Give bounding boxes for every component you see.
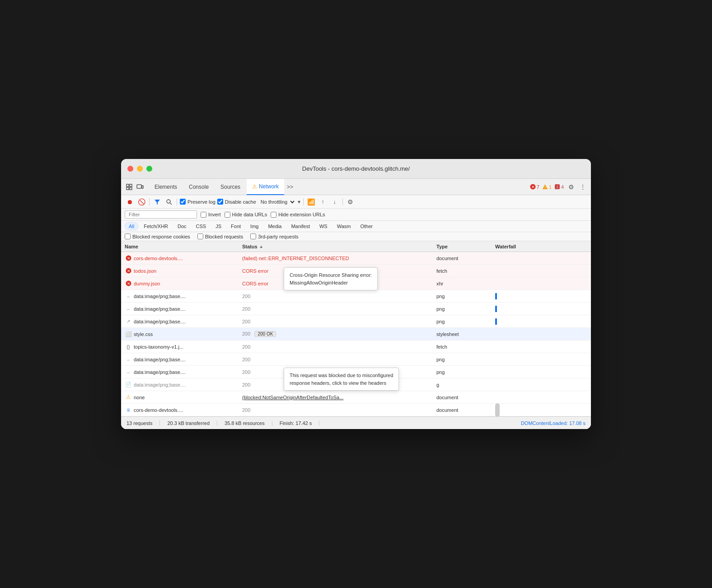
puzzle-icon: ↗ bbox=[125, 318, 132, 325]
table-row[interactable]: – data:image/png;base.... 200 This reque… bbox=[121, 366, 591, 378]
close-button[interactable] bbox=[127, 166, 133, 172]
row-name: data:image/png;base.... bbox=[134, 306, 242, 312]
svg-rect-0 bbox=[126, 184, 129, 187]
type-filter-other[interactable]: Other bbox=[356, 222, 377, 230]
tab-console[interactable]: Console bbox=[183, 179, 214, 195]
row-waterfall bbox=[495, 403, 587, 417]
table-row[interactable]: ⚠ none (blocked:NotSameOriginAfterDefaul… bbox=[121, 391, 591, 404]
row-name: todos.json bbox=[134, 268, 242, 274]
waterfall-bar bbox=[495, 318, 497, 325]
wifi-icon[interactable]: 📶 bbox=[306, 197, 316, 207]
table-row[interactable]: ✕ cors-demo-devtools.... (failed) net::E… bbox=[121, 252, 591, 265]
row-name: data:image/png;base.... bbox=[134, 369, 242, 375]
type-filter-media[interactable]: Media bbox=[264, 222, 286, 230]
row-waterfall bbox=[495, 293, 587, 299]
row-type: png bbox=[436, 294, 495, 299]
more-options-icon[interactable]: ⋮ bbox=[578, 182, 587, 191]
type-filter-fetch-xhr[interactable]: Fetch/XHR bbox=[140, 222, 172, 230]
scrollbar[interactable] bbox=[495, 403, 500, 417]
type-filter-js[interactable]: JS bbox=[211, 222, 225, 230]
hide-data-urls-checkbox[interactable]: Hide data URLs bbox=[225, 212, 267, 218]
type-filter-wasm[interactable]: Wasm bbox=[333, 222, 355, 230]
type-filter-css[interactable]: CSS bbox=[192, 222, 211, 230]
disable-cache-checkbox[interactable]: Disable cache bbox=[217, 199, 256, 205]
tab-sources[interactable]: Sources bbox=[215, 179, 246, 195]
network-toolbar: ⏺ 🚫 Preserve log Disable cache No thrott… bbox=[121, 195, 591, 209]
blocked-cookies-checkbox[interactable]: Blocked response cookies bbox=[125, 233, 190, 239]
blocked-requests-checkbox[interactable]: Blocked requests bbox=[197, 233, 243, 239]
col-header-waterfall[interactable]: Waterfall bbox=[495, 244, 587, 249]
row-status: 200 bbox=[242, 344, 436, 350]
invert-checkbox[interactable]: Invert bbox=[201, 212, 221, 218]
svg-text:✕: ✕ bbox=[126, 269, 130, 273]
table-row[interactable]: 📄 data:image/png;base.... 200 g bbox=[121, 378, 591, 391]
svg-text:i: i bbox=[557, 185, 557, 189]
type-filter-ws[interactable]: WS bbox=[315, 222, 332, 230]
svg-text:!: ! bbox=[544, 185, 546, 190]
inspect-icon[interactable] bbox=[125, 182, 134, 191]
tab-more[interactable]: >> bbox=[285, 179, 295, 195]
row-waterfall bbox=[495, 306, 587, 312]
minimize-button[interactable] bbox=[137, 166, 143, 172]
third-party-checkbox[interactable]: 3rd-party requests bbox=[250, 233, 298, 239]
row-name: data:image/png;base.... bbox=[134, 357, 242, 362]
resources-size: 35.8 kB resources bbox=[225, 420, 272, 426]
tab-network[interactable]: ⚠ Network bbox=[247, 179, 284, 195]
type-filter-img[interactable]: Img bbox=[246, 222, 262, 230]
table-row[interactable]: – data:image/png;base.... 200 png bbox=[121, 353, 591, 366]
upload-icon[interactable]: ↑ bbox=[318, 197, 328, 207]
row-name: data:image/png;base.... bbox=[134, 294, 242, 299]
tab-icons bbox=[125, 182, 145, 191]
svg-text:✕: ✕ bbox=[531, 185, 534, 189]
row-status: 200 bbox=[242, 369, 436, 375]
col-header-status[interactable]: Status ▲ bbox=[242, 244, 436, 249]
row-status: (failed) net::ERR_INTERNET_DISCONNECTED bbox=[242, 256, 436, 261]
row-name: data:image/png;base.... bbox=[134, 319, 242, 324]
settings-gear-icon[interactable]: ⚙ bbox=[346, 197, 356, 207]
type-filter-doc[interactable]: Doc bbox=[173, 222, 191, 230]
dash-icon: – bbox=[125, 305, 132, 313]
table-row[interactable]: ✕ todos.json CORS error Cross-Origin Res… bbox=[121, 265, 591, 277]
row-status: CORS error bbox=[242, 281, 436, 286]
settings-icon[interactable]: ⚙ bbox=[567, 182, 576, 191]
clear-button[interactable]: 🚫 bbox=[136, 197, 146, 207]
table-row[interactable]: ✕ dummy.json CORS error xhr bbox=[121, 277, 591, 290]
col-header-name[interactable]: Name bbox=[125, 244, 242, 249]
table-row[interactable]: ⬜ style.css 200 200 OK stylesheet bbox=[121, 328, 591, 341]
fetch-icon: {} bbox=[125, 343, 132, 350]
filter-toggle-button[interactable] bbox=[152, 197, 162, 207]
svg-point-12 bbox=[167, 200, 170, 203]
row-type: document bbox=[436, 256, 495, 261]
col-header-type[interactable]: Type bbox=[436, 244, 495, 249]
row-status: CORS error bbox=[242, 268, 436, 274]
throttle-select[interactable]: No throttling bbox=[258, 199, 296, 205]
filter-input[interactable] bbox=[125, 210, 197, 219]
preserve-log-checkbox[interactable]: Preserve log bbox=[180, 199, 215, 205]
download-icon[interactable]: ↓ bbox=[330, 197, 340, 207]
table-row[interactable]: ↗ data:image/png;base.... 200 png bbox=[121, 315, 591, 328]
table-row[interactable]: – data:image/png;base.... 200 png bbox=[121, 303, 591, 315]
table-row[interactable]: ≡ cors-demo-devtools.... 200 document bbox=[121, 404, 591, 416]
svg-rect-5 bbox=[142, 186, 143, 188]
record-button[interactable]: ⏺ bbox=[125, 197, 135, 207]
device-toggle-icon[interactable] bbox=[136, 182, 145, 191]
devtools-window: DevTools - cors-demo-devtools.glitch.me/ bbox=[121, 159, 591, 429]
maximize-button[interactable] bbox=[146, 166, 152, 172]
table-row[interactable]: – data:image/png;base.... 200 png bbox=[121, 290, 591, 303]
row-type: fetch bbox=[436, 344, 495, 350]
traffic-lights bbox=[127, 166, 152, 172]
network-table-container: Name Status ▲ Type Waterfall ✕ cors-demo… bbox=[121, 241, 591, 416]
search-button[interactable] bbox=[164, 197, 174, 207]
table-row[interactable]: {} topics-taxonomy-v1.j... 200 fetch bbox=[121, 341, 591, 353]
css-icon: ⬜ bbox=[125, 331, 132, 338]
devtools-body: Elements Console Sources ⚠ Network >> ✕ … bbox=[121, 179, 591, 429]
row-status[interactable]: (blocked:NotSameOriginAfterDefaultedToSa… bbox=[242, 395, 436, 400]
hide-extension-urls-checkbox[interactable]: Hide extension URLs bbox=[271, 212, 325, 218]
type-filter-manifest[interactable]: Manifest bbox=[287, 222, 314, 230]
tab-elements[interactable]: Elements bbox=[149, 179, 183, 195]
type-filter-bar: All Fetch/XHR Doc CSS JS Font Img Media … bbox=[121, 221, 591, 232]
type-filter-all[interactable]: All bbox=[125, 222, 138, 230]
waterfall-bar bbox=[495, 293, 497, 299]
type-filter-font[interactable]: Font bbox=[227, 222, 245, 230]
row-type: fetch bbox=[436, 268, 495, 274]
